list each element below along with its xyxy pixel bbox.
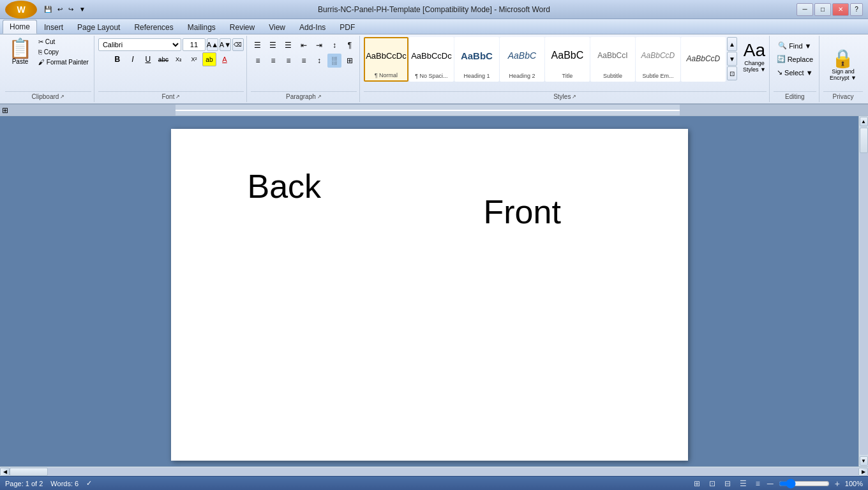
borders-button[interactable]: ⊞ [343, 54, 357, 68]
bullets-button[interactable]: ☰ [251, 38, 265, 52]
style-title[interactable]: AaBbC Title [545, 37, 590, 82]
sign-encrypt-button[interactable]: 🔒 Sign andEncrypt ▼ [827, 45, 860, 85]
tab-review[interactable]: Review [223, 20, 262, 34]
style-subtitle[interactable]: AaBbCcI Subtitle [590, 37, 635, 82]
office-logo[interactable]: W [5, 1, 37, 19]
align-center-button[interactable]: ≡ [266, 54, 280, 68]
align-right-button[interactable]: ≡ [281, 54, 296, 68]
ruler-marks[interactable]: 1 2 3 4 5 6 7 [176, 110, 680, 111]
horizontal-scrollbar-thumb[interactable] [10, 468, 48, 476]
font-size-grow-button[interactable]: A▲ [207, 38, 218, 51]
superscript-button[interactable]: X² [187, 52, 201, 66]
tab-references[interactable]: References [127, 20, 180, 34]
style-subtle-emphasis[interactable]: AaBbCcD Subtle Em... [636, 37, 680, 82]
redo-button[interactable]: ↪ [66, 4, 75, 14]
font-expand[interactable]: ↗ [176, 94, 180, 100]
editing-label: Editing [774, 91, 816, 101]
tab-add-ins[interactable]: Add-Ins [292, 20, 333, 34]
font-name-select[interactable]: Calibri [98, 38, 181, 51]
scrollbar-thumb[interactable] [860, 128, 868, 153]
help-button[interactable]: ? [850, 3, 863, 16]
horizontal-scrollbar[interactable]: ◀ ▶ [0, 466, 868, 476]
styles-expand-button[interactable]: ⊡ [727, 66, 737, 80]
web-layout-view-button[interactable]: ⊟ [722, 479, 733, 489]
scrollbar-down-button[interactable]: ▼ [860, 456, 868, 466]
find-button[interactable]: 🔍 Find ▼ [775, 40, 814, 52]
font-size-shrink-button[interactable]: A▼ [220, 38, 231, 51]
show-paragraph-button[interactable]: ¶ [343, 38, 357, 52]
style-heading2[interactable]: AaBbC Heading 2 [500, 37, 544, 82]
styles-expand[interactable]: ↗ [572, 94, 576, 100]
clipboard-expand[interactable]: ↗ [60, 94, 64, 100]
align-left-button[interactable]: ≡ [251, 54, 265, 68]
style-heading1[interactable]: AaBbC Heading 1 [454, 37, 499, 82]
minimize-button[interactable]: ─ [797, 3, 813, 16]
vertical-scrollbar[interactable]: ▲ ▼ [858, 116, 868, 466]
zoom-out-button[interactable]: ─ [767, 479, 774, 489]
text-highlight-button[interactable]: ab [202, 52, 216, 66]
justify-button[interactable]: ≡ [297, 54, 311, 68]
styles-scroll-up-button[interactable]: ▲ [727, 37, 737, 51]
tab-insert[interactable]: Insert [37, 20, 70, 34]
underline-button[interactable]: U [141, 52, 155, 66]
clear-formatting-button[interactable]: ⌫ [232, 38, 244, 51]
font-size-input[interactable] [183, 38, 206, 51]
tab-mailings[interactable]: Mailings [181, 20, 223, 34]
zoom-in-button[interactable]: + [835, 479, 840, 489]
outline-view-button[interactable]: ☰ [738, 479, 749, 489]
style-normal[interactable]: AaBbCcDc ¶ Normal [364, 37, 408, 82]
shading-button[interactable]: ░ [327, 54, 341, 68]
copy-button[interactable]: ⎘ Copy [36, 47, 91, 57]
paste-button[interactable]: 📋 Paste [5, 37, 35, 90]
close-button[interactable]: ✕ [832, 3, 849, 16]
customize-quick-access-button[interactable]: ▼ [77, 4, 87, 14]
numbering-button[interactable]: ☰ [266, 38, 280, 52]
italic-button[interactable]: I [126, 52, 140, 66]
paragraph-expand[interactable]: ↗ [317, 94, 322, 100]
para-row2: ≡ ≡ ≡ ≡ ↕ ░ ⊞ [251, 54, 357, 68]
change-styles-button[interactable]: Aa ChangeStyles ▼ [738, 37, 770, 77]
zoom-slider[interactable] [779, 480, 830, 487]
undo-button[interactable]: ↩ [56, 4, 64, 14]
maximize-button[interactable]: □ [814, 3, 831, 16]
tab-page-layout[interactable]: Page Layout [70, 20, 127, 34]
ruler-corner[interactable]: ⊞ [0, 105, 10, 115]
scrollbar-right-button[interactable]: ▶ [858, 468, 868, 476]
scrollbar-left-button[interactable]: ◀ [0, 468, 10, 476]
full-screen-view-button[interactable]: ⊡ [707, 479, 717, 489]
scrollbar-up-button[interactable]: ▲ [860, 117, 868, 126]
select-icon: ↘ [777, 68, 782, 77]
subscript-button[interactable]: X₂ [172, 52, 186, 66]
bold-button[interactable]: B [110, 52, 124, 66]
increase-indent-button[interactable]: ⇥ [312, 38, 326, 52]
style-extra[interactable]: AaBbCcD [681, 37, 726, 82]
save-button[interactable]: 💾 [42, 4, 54, 14]
scrollbar-track[interactable] [860, 128, 868, 455]
print-layout-view-button[interactable]: ⊞ [692, 479, 702, 489]
tab-view[interactable]: View [262, 20, 292, 34]
select-button[interactable]: ↘ Select ▼ [774, 66, 816, 78]
zoom-percentage: 100% [845, 480, 863, 487]
draft-view-button[interactable]: ≡ [754, 479, 762, 489]
title-bar: W 💾 ↩ ↪ ▼ Burris-NC-Panel-PH-Template [C… [0, 0, 868, 19]
decrease-indent-button[interactable]: ⇤ [297, 38, 311, 52]
style-no-spacing[interactable]: AaBbCcDc ¶ No Spaci... [409, 37, 454, 82]
format-painter-button[interactable]: 🖌 Format Painter [36, 57, 91, 67]
tab-home[interactable]: Home [3, 20, 37, 34]
main-content: Home Insert Page Layout References Maili… [0, 19, 868, 490]
clipboard-group: 📋 Paste ✂ Cut ⎘ Copy 🖌 Format Painter Cl… [3, 36, 94, 102]
styles-scroll-down-button[interactable]: ▼ [727, 52, 737, 66]
font-color-button[interactable]: A [218, 52, 232, 66]
replace-icon: 🔄 [777, 55, 786, 63]
cut-button[interactable]: ✂ Cut [36, 37, 91, 47]
line-spacing-button[interactable]: ↕ [312, 54, 326, 68]
replace-button[interactable]: 🔄 Replace [774, 53, 816, 65]
document-area[interactable]: Back Front [0, 116, 858, 466]
sort-button[interactable]: ↕ [327, 38, 341, 52]
change-styles-label: ChangeStyles ▼ [743, 61, 766, 73]
horizontal-scrollbar-track[interactable] [10, 468, 858, 476]
language-indicator[interactable]: ✓ [86, 479, 92, 487]
multilevel-list-button[interactable]: ☰ [281, 38, 296, 52]
strikethrough-button[interactable]: abc [156, 52, 170, 66]
tab-pdf[interactable]: PDF [333, 20, 362, 34]
